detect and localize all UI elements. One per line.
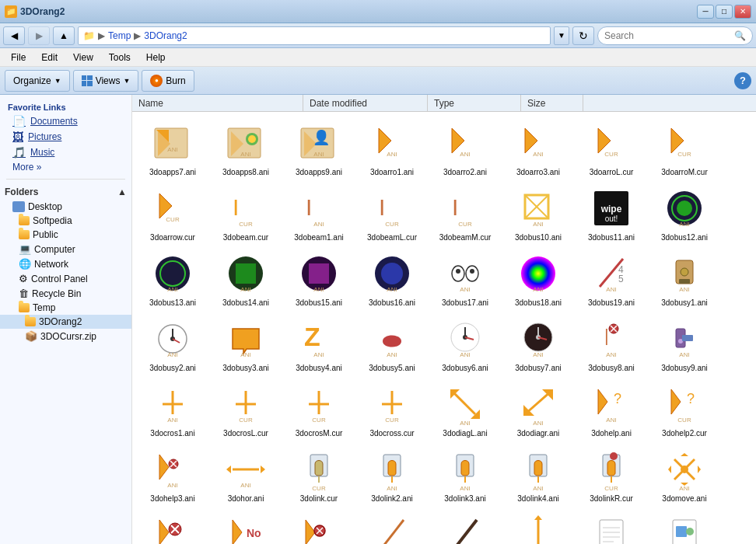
favorite-links-title[interactable]: Favorite Links	[0, 99, 131, 113]
list-item[interactable]: 👤ANI 3doapps9.ani	[283, 117, 355, 180]
address-path[interactable]: 📁 ▶ Temp ▶ 3DOrang2	[78, 26, 551, 45]
list-item[interactable]: ANI 3doarro3.ani	[502, 117, 574, 180]
list-item[interactable]: ANI 3docros1.ani	[137, 378, 208, 441]
list-item[interactable]: ANI 3dobusy2.ani	[137, 312, 208, 376]
menu-file[interactable]: File	[5, 51, 32, 65]
menu-tools[interactable]: Tools	[103, 51, 137, 65]
folder-item-network[interactable]: 🌐 Network	[0, 256, 131, 271]
sidebar-documents[interactable]: 📄 Documents	[0, 113, 131, 129]
list-item[interactable]: ANI 3dovert.ani	[502, 508, 574, 544]
col-header-size[interactable]: Size	[521, 95, 583, 111]
help-button[interactable]: ?	[734, 72, 751, 89]
col-header-type[interactable]: Type	[428, 95, 521, 111]
back-button[interactable]: ◀	[3, 26, 25, 45]
burn-button[interactable]: ● Burn	[142, 70, 194, 92]
folder-item-recycle-bin[interactable]: 🗑 Recycle Bin	[0, 286, 131, 301]
list-item[interactable]: ANI 3dobus16.ani	[356, 247, 428, 311]
folder-item-control-panel[interactable]: ⚙ Control Panel	[0, 271, 131, 286]
sidebar-pictures[interactable]: 🖼 Pictures	[0, 129, 131, 145]
list-item[interactable]: ANI 3dobus10.ani	[502, 182, 574, 246]
list-item[interactable]: ANI 3dolink4.ani	[502, 443, 574, 507]
folder-item-temp[interactable]: Temp	[0, 301, 131, 315]
list-item[interactable]: CUR 3docrosL.cur	[210, 378, 282, 441]
folders-title[interactable]: Folders ▲	[0, 184, 131, 200]
sidebar-music[interactable]: 🎵 Music	[0, 145, 131, 160]
folder-item-3docursr[interactable]: 📦 3DOCursr.zip	[0, 329, 131, 343]
list-item[interactable]: |ANI 3dobusy8.ani	[576, 312, 647, 376]
list-item[interactable]: ANI 3dobus13.ani	[137, 247, 208, 311]
menu-help[interactable]: Help	[140, 51, 172, 65]
list-item[interactable]: CUR 3doarrow.cur	[137, 182, 208, 246]
list-item[interactable]: ANI 3dohelp3.ani	[137, 443, 208, 507]
list-item[interactable]: ANI 3dobusy7.ani	[502, 312, 574, 376]
folder-item-softpedia[interactable]: Softpedia	[0, 214, 131, 228]
list-item[interactable]: ?ANI 3dohelp.ani	[576, 378, 647, 441]
maximize-button[interactable]: □	[716, 5, 733, 19]
list-item[interactable]: ANI 3doapps8.ani	[210, 117, 282, 180]
forward-button[interactable]: ▶	[28, 26, 50, 45]
list-item[interactable]: ANI 3dobus17.ani	[429, 247, 501, 311]
list-item[interactable]: ANI 3dodiagL.ani	[429, 378, 501, 441]
list-item[interactable]: ANI 3dobus15.ani	[283, 247, 355, 311]
list-item[interactable]: ANI 3dobusy5.ani	[356, 312, 428, 376]
close-button[interactable]: ✕	[734, 5, 751, 19]
up-button[interactable]: ▲	[53, 26, 75, 45]
folder-item-computer[interactable]: 💻 Computer	[0, 242, 131, 256]
list-item[interactable]: CFG INSTAL3O...	[649, 508, 720, 544]
burn-label: Burn	[166, 75, 185, 86]
list-item[interactable]: ZANI 3dobusy4.ani	[283, 312, 355, 376]
list-item[interactable]: ANI 3dobus18.ani	[502, 247, 574, 311]
organize-button[interactable]: Organize ▼	[5, 70, 70, 92]
list-item[interactable]: wipeout! 3dobus11.ani	[576, 182, 647, 246]
list-item[interactable]: ANI 3domove.ani	[649, 443, 720, 507]
folder-item-3dorang2[interactable]: 3DOrang2	[0, 315, 131, 329]
list-item[interactable]: ICUR 3dobeamM.cur	[429, 182, 501, 246]
list-item[interactable]: ANI 3dolink3.ani	[429, 443, 501, 507]
col-header-name[interactable]: Name	[132, 95, 303, 111]
menu-view[interactable]: View	[67, 51, 100, 65]
list-item[interactable]: ANI 3dono.ani	[137, 508, 208, 544]
folder-item-public[interactable]: Public	[0, 228, 131, 242]
list-item[interactable]: ANI 3doarro2.ani	[429, 117, 501, 180]
list-item[interactable]: CUR 3docross.cur	[356, 378, 428, 441]
file-thumb: ANI	[369, 446, 415, 493]
folder-item-desktop[interactable]: Desktop	[0, 200, 131, 214]
list-item[interactable]: ANI 3dobusy1.ani	[649, 247, 720, 311]
list-item[interactable]: ANI 3doarro1.ani	[356, 117, 428, 180]
list-item[interactable]: NoANI 3dono2.ani	[210, 508, 282, 544]
list-item[interactable]: ICUR 3dobeamL.cur	[356, 182, 428, 246]
search-input[interactable]	[604, 30, 731, 41]
list-item[interactable]: ?CUR 3dohelp2.cur	[649, 378, 720, 441]
list-item[interactable]: ANI 3dono3.ani	[283, 508, 355, 544]
menu-edit[interactable]: Edit	[35, 51, 64, 65]
path-segment-temp[interactable]: Temp	[108, 30, 131, 41]
list-item[interactable]: IANI 3dobeam1.ani	[283, 182, 355, 246]
list-item[interactable]: ANI 3dobusy6.ani	[429, 312, 501, 376]
path-dropdown[interactable]: ▼	[554, 26, 569, 45]
list-item[interactable]: DIZ file_id.diz	[576, 508, 647, 544]
list-item[interactable]: ANI 3dobus12.ani	[649, 182, 720, 246]
col-header-date[interactable]: Date modified	[303, 95, 428, 111]
refresh-button[interactable]: ↻	[572, 26, 594, 45]
views-button[interactable]: Views ▼	[73, 70, 139, 92]
file-name: 3dobusy5.ani	[369, 364, 415, 373]
list-item[interactable]: CUR 3dolinkR.cur	[576, 443, 647, 507]
sidebar-more[interactable]: More »	[0, 160, 131, 174]
list-item[interactable]: ANI 3dodiagr.ani	[502, 378, 574, 441]
list-item[interactable]: ANI 3dopen.ani	[356, 508, 428, 544]
list-item[interactable]: 45ANI 3dobus19.ani	[576, 247, 647, 311]
list-item[interactable]: ANI 3dobusy3.ani	[210, 312, 282, 376]
path-segment-folder[interactable]: 3DOrang2	[144, 30, 187, 41]
list-item[interactable]: CUR 3doarroM.cur	[649, 117, 720, 180]
list-item[interactable]: ANI 3dohor.ani	[210, 443, 282, 507]
list-item[interactable]: CUR 3doarroL.cur	[576, 117, 647, 180]
list-item[interactable]: ICUR 3dobeam.cur	[210, 182, 282, 246]
minimize-button[interactable]: ─	[697, 5, 714, 19]
list-item[interactable]: CUR 3dolink.cur	[283, 443, 355, 507]
list-item[interactable]: ANI 3dobus14.ani	[210, 247, 282, 311]
list-item[interactable]: ANI 3dolink2.ani	[356, 443, 428, 507]
list-item[interactable]: CUR 3docrosM.cur	[283, 378, 355, 441]
list-item[interactable]: ANI 3doapps7.ani	[137, 117, 208, 180]
list-item[interactable]: ANI 3dopen2.ani	[429, 508, 501, 544]
list-item[interactable]: ANI 3dobusy9.ani	[649, 312, 720, 376]
